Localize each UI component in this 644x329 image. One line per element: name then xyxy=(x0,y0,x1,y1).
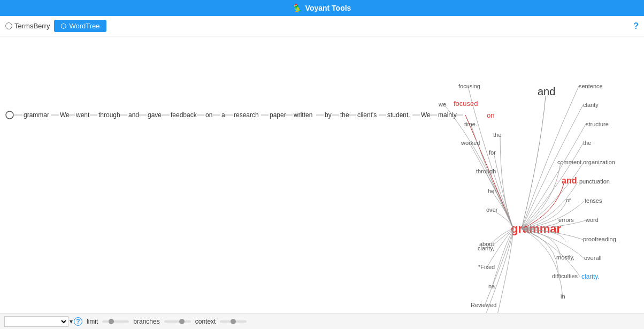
tree-icon: ⬡ xyxy=(60,22,66,30)
branch-difficulties xyxy=(522,229,558,277)
branch-sentence xyxy=(522,86,579,229)
limit-label: limit xyxy=(87,318,98,325)
word-and-medium: and xyxy=(562,176,577,185)
termsberry-option[interactable]: TermsBerry xyxy=(5,22,50,30)
chain-word-went: went xyxy=(75,111,90,119)
branch-clarity-right xyxy=(522,105,583,229)
word-her: her xyxy=(488,188,496,194)
word-we: we xyxy=(438,101,446,108)
chain-word-and: and xyxy=(128,111,139,119)
chain-word-gave: gave xyxy=(148,111,162,119)
word-the-upper: the xyxy=(493,132,501,138)
branches-slider[interactable] xyxy=(164,320,191,323)
word-and-large: and xyxy=(538,86,555,97)
word-sentence: sentence xyxy=(579,83,603,89)
chain-word-on: on xyxy=(205,111,212,119)
word-reviewed: Reviewed xyxy=(471,302,496,308)
root-circle xyxy=(6,111,13,119)
word-comma: , xyxy=(564,236,566,242)
chain-word-the: the xyxy=(340,111,349,119)
word-punctuation: punctuation xyxy=(579,178,610,185)
branch-organization xyxy=(522,163,583,229)
search-select[interactable] xyxy=(4,316,68,327)
context-slider[interactable] xyxy=(220,320,247,323)
chain-word-we2: We xyxy=(421,111,431,119)
bottom-bar: ▾ ? limit branches context xyxy=(0,313,644,329)
chain-word-through: through xyxy=(98,111,120,119)
chain-word-by: by xyxy=(325,111,332,119)
chain-word-research: research xyxy=(234,111,259,119)
word-of: of xyxy=(566,197,571,203)
branch-na xyxy=(492,229,513,287)
word-errors: errors xyxy=(558,217,574,223)
word-on-red: on xyxy=(487,111,494,119)
wordtree-svg: grammar We went through and gave feedbac… xyxy=(0,36,644,313)
chain-word-paper: paper xyxy=(270,111,286,119)
word-comment: comment xyxy=(557,159,581,165)
word-structure: structure xyxy=(586,121,609,127)
word-overall: overall xyxy=(584,255,601,261)
dropdown-arrow[interactable]: ▾ xyxy=(70,318,73,325)
word-clarity-blue: clarity. xyxy=(581,273,600,280)
chain-word-feedback: feedback xyxy=(171,111,197,119)
word-clarity-right: clarity xyxy=(583,102,599,108)
center-grammar: grammar xyxy=(511,222,562,235)
branch-comment xyxy=(522,163,561,229)
chain-word-grammar: grammar xyxy=(24,111,49,119)
word-over: over xyxy=(486,206,498,213)
word-through: through xyxy=(476,168,496,174)
wordtree-option[interactable]: ⬡ WordTree xyxy=(54,20,106,32)
word-tenses: tenses xyxy=(585,197,602,204)
termsberry-label: TermsBerry xyxy=(14,22,50,30)
word-clarity-comma: clarity, xyxy=(478,245,494,251)
word-the-right: the xyxy=(583,140,591,146)
wordtree-canvas: grammar We went through and gave feedbac… xyxy=(0,36,644,313)
limit-slider[interactable] xyxy=(102,320,129,323)
app-title: Voyant Tools xyxy=(305,4,351,12)
word-na: na xyxy=(488,283,495,289)
word-focused: focused xyxy=(454,100,478,108)
toolbar: TermsBerry ⬡ WordTree ? xyxy=(0,16,644,36)
app-logo: 🦜 xyxy=(293,4,302,12)
word-for: for xyxy=(489,149,496,156)
branch-we xyxy=(444,104,513,229)
chain-word-a: a xyxy=(221,111,225,119)
context-label: context xyxy=(195,318,216,325)
search-container: ▾ ? xyxy=(4,316,82,327)
word-focusing: focusing xyxy=(458,83,480,89)
word-word: word xyxy=(585,217,599,223)
branch-the-right xyxy=(522,143,583,229)
word-fixed: *Fixed xyxy=(478,264,495,270)
termsberry-radio[interactable] xyxy=(5,22,12,29)
word-worked: worked xyxy=(461,140,480,146)
branch-worked xyxy=(470,143,513,229)
chain-word-written: written xyxy=(293,111,312,119)
word-mostly: mostly, xyxy=(556,254,574,261)
branch-and-large xyxy=(522,96,546,229)
word-organization: organization xyxy=(583,159,615,165)
word-time: time. xyxy=(464,121,477,127)
toolbar-help-button[interactable]: ? xyxy=(633,21,639,31)
chain-word-mainly: mainly xyxy=(438,111,457,119)
wordtree-label: WordTree xyxy=(69,22,99,30)
chain-word-student: student. xyxy=(387,111,410,119)
word-proofreading: proofreading. xyxy=(583,236,618,242)
word-in: in xyxy=(561,293,565,300)
word-difficulties: difficulties xyxy=(552,273,578,279)
branches-label: branches xyxy=(133,318,159,325)
app-header: 🦜 Voyant Tools xyxy=(0,0,644,16)
search-help-button[interactable]: ? xyxy=(74,317,82,326)
chain-word-clients: client's xyxy=(357,111,377,119)
branch-in xyxy=(522,229,563,297)
